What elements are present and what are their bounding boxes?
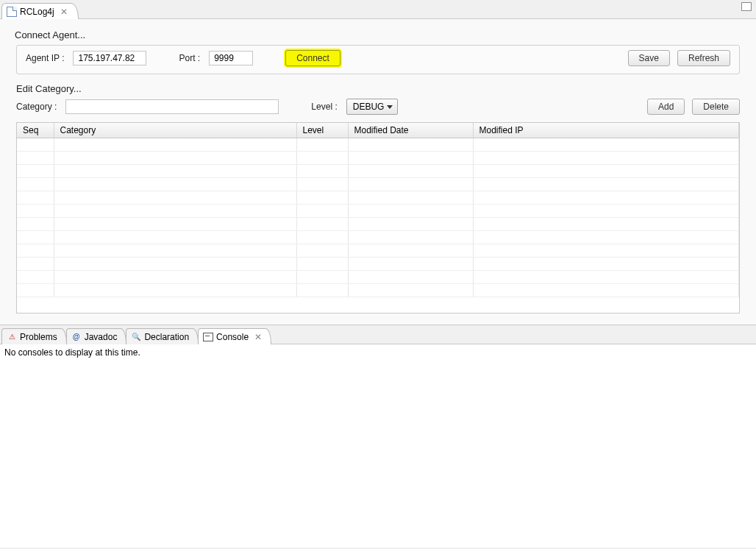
agent-ip-input[interactable] (73, 51, 146, 65)
bottom-view-tab-bar: ⚠ Problems @ Javadoc 🔍 Declaration Conso… (0, 325, 756, 344)
console-empty-message: No consoles to display at this time. (4, 347, 140, 358)
category-input[interactable] (65, 99, 279, 114)
table-row[interactable] (17, 205, 739, 218)
table-row[interactable] (17, 152, 739, 165)
tab-console[interactable]: Console ✕ (198, 328, 271, 344)
maximize-icon[interactable] (741, 2, 752, 11)
javadoc-icon: @ (71, 332, 82, 342)
table-row[interactable] (17, 191, 739, 205)
table-row[interactable] (17, 165, 739, 178)
col-header-modified-date[interactable]: Modified Date (348, 123, 473, 138)
tab-label: Javadoc (85, 332, 118, 342)
table-row[interactable] (17, 244, 739, 258)
category-table[interactable]: Seq Category Level Modified Date Modifie… (16, 122, 740, 314)
col-header-seq[interactable]: Seq (17, 123, 54, 138)
tab-label: Problems (20, 332, 57, 342)
add-button[interactable]: Add (647, 99, 685, 115)
view-tab-bar: RCLog4j ✕ (0, 0, 756, 19)
col-header-level[interactable]: Level (296, 123, 348, 138)
col-header-category[interactable]: Category (54, 123, 296, 138)
level-selected-value: DEBUG (353, 102, 385, 112)
edit-category-title: Edit Category... (16, 83, 740, 94)
document-icon (7, 7, 17, 17)
view-toolbar (737, 2, 752, 11)
agent-ip-label: Agent IP : (26, 53, 64, 63)
console-icon (203, 333, 213, 341)
save-button[interactable]: Save (628, 50, 670, 66)
close-icon[interactable]: ✕ (60, 7, 68, 17)
connect-agent-title: Connect Agent... (15, 29, 749, 40)
category-label: Category : (16, 102, 57, 112)
tab-javadoc[interactable]: @ Javadoc (66, 328, 127, 344)
rclog4j-view: Connect Agent... Agent IP : Port : Conne… (0, 19, 756, 325)
tab-declaration[interactable]: 🔍 Declaration (126, 328, 199, 344)
connect-button[interactable]: Connect (285, 50, 340, 66)
tab-problems[interactable]: ⚠ Problems (1, 328, 67, 344)
console-view: No consoles to display at this time. (0, 344, 756, 548)
table-row[interactable] (17, 258, 739, 271)
table-row[interactable] (17, 138, 739, 152)
table-row[interactable] (17, 218, 739, 231)
table-row[interactable] (17, 284, 739, 297)
tab-rclog4j[interactable]: RCLog4j ✕ (1, 3, 79, 19)
port-input[interactable] (209, 51, 253, 65)
tab-label: Console (216, 332, 249, 342)
table-body (17, 138, 739, 297)
port-label: Port : (179, 53, 200, 63)
declaration-icon: 🔍 (131, 332, 141, 342)
table-row[interactable] (17, 271, 739, 284)
col-header-modified-ip[interactable]: Modified IP (473, 123, 739, 138)
level-select[interactable]: DEBUG (346, 99, 399, 115)
tab-title: RCLog4j (20, 7, 54, 17)
table-row[interactable] (17, 178, 739, 191)
level-label: Level : (311, 102, 337, 112)
connect-agent-group: Agent IP : Port : Connect Save Refresh (16, 45, 740, 74)
refresh-button[interactable]: Refresh (677, 50, 730, 66)
problems-icon: ⚠ (7, 332, 17, 342)
delete-button[interactable]: Delete (692, 99, 740, 115)
tab-label: Declaration (144, 332, 189, 342)
table-header-row: Seq Category Level Modified Date Modifie… (17, 123, 739, 138)
table-row[interactable] (17, 231, 739, 244)
close-icon[interactable]: ✕ (254, 332, 262, 342)
